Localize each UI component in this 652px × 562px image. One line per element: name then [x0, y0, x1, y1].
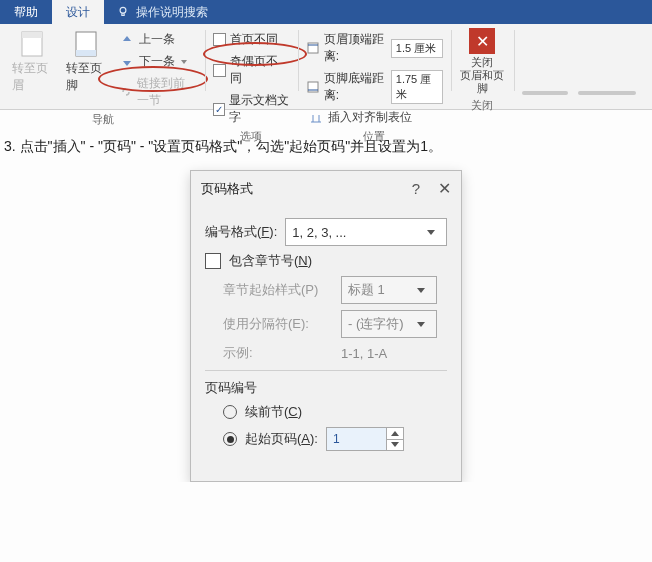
chapter-style-value: 标题 1: [348, 281, 385, 299]
dialog-help-button[interactable]: ?: [412, 180, 420, 197]
dialog-close-button[interactable]: ✕: [438, 179, 451, 198]
page-number-format-dialog: 页码格式 ? ✕ 编号格式(F): 1, 2, 3, ... 包含章节号(N) …: [190, 170, 462, 482]
continue-previous-radio[interactable]: [223, 405, 237, 419]
group-label-options: 选项: [240, 127, 262, 144]
footer-from-bottom-field[interactable]: 页脚底端距离: 1.75 厘米: [306, 69, 443, 105]
previous-section-label: 上一条: [139, 31, 175, 48]
spinner-up-button[interactable]: [387, 428, 403, 440]
goto-footer-button[interactable]: 转至页脚: [62, 28, 110, 96]
header-from-top-field[interactable]: 页眉顶端距离: 1.5 厘米: [306, 30, 443, 66]
first-page-different-checkbox[interactable]: 首页不同: [213, 30, 290, 49]
include-chapter-label: 包含章节号(N): [229, 252, 312, 270]
insert-alignment-tab-button[interactable]: 插入对齐制表位: [306, 108, 443, 127]
odd-even-different-checkbox[interactable]: 奇偶页不同: [213, 52, 290, 88]
svg-point-0: [120, 7, 126, 13]
number-format-label: 编号格式(F):: [205, 223, 277, 241]
start-at-value[interactable]: 1: [327, 428, 387, 450]
start-at-spinner[interactable]: 1: [326, 427, 404, 451]
lightbulb-icon: [116, 5, 130, 19]
chapter-style-select: 标题 1: [341, 276, 437, 304]
start-at-radio[interactable]: [223, 432, 237, 446]
example-value: 1-1, 1-A: [341, 346, 387, 361]
goto-header-label: 转至页眉: [12, 60, 52, 94]
tab-help[interactable]: 帮助: [0, 0, 52, 24]
close-header-footer-button[interactable]: ✕ 关闭 页眉和页脚: [459, 28, 506, 96]
ruler-bottom-icon: [306, 79, 320, 95]
separator-label: 使用分隔符(E):: [223, 315, 333, 333]
next-section-label: 下一条: [139, 53, 175, 70]
show-document-text-checkbox[interactable]: 显示文档文字: [213, 91, 290, 127]
group-label-navigation: 导航: [92, 110, 114, 127]
triangle-down-icon: [391, 442, 399, 447]
chevron-down-icon: [412, 315, 430, 333]
odd-even-different-label: 奇偶页不同: [230, 53, 290, 87]
chevron-down-icon: [412, 281, 430, 299]
insert-alignment-tab-label: 插入对齐制表位: [328, 109, 412, 126]
header-from-top-label: 页眉顶端距离:: [324, 31, 387, 65]
previous-section-button[interactable]: 上一条: [117, 30, 198, 49]
tab-design[interactable]: 设计: [52, 0, 104, 24]
triangle-up-icon: [391, 431, 399, 436]
close-label-line1: 关闭: [471, 56, 493, 69]
separator-value: - (连字符): [348, 315, 404, 333]
first-page-different-label: 首页不同: [230, 31, 278, 48]
next-section-button[interactable]: 下一条: [117, 52, 198, 71]
blurred-region: [522, 91, 644, 95]
link-icon: [119, 84, 133, 100]
header-from-top-value[interactable]: 1.5 厘米: [391, 39, 443, 58]
checkbox-empty-icon: [213, 64, 226, 77]
dialog-title: 页码格式: [201, 180, 253, 198]
close-x-icon: ✕: [469, 28, 495, 54]
checkbox-empty-icon: [213, 33, 226, 46]
arrow-down-icon: [119, 54, 135, 70]
divider: [205, 370, 447, 371]
close-label-line2: 页眉和页脚: [459, 69, 506, 95]
include-chapter-checkbox[interactable]: [205, 253, 221, 269]
chapter-style-label: 章节起始样式(P): [223, 281, 333, 299]
separator-select: - (连字符): [341, 310, 437, 338]
footer-from-bottom-label: 页脚底端距离:: [324, 70, 387, 104]
group-label-close: 关闭: [471, 96, 493, 113]
example-label: 示例:: [223, 344, 333, 362]
group-label-position: 位置: [363, 127, 385, 144]
number-format-select[interactable]: 1, 2, 3, ...: [285, 218, 447, 246]
goto-header-button[interactable]: 转至页眉: [8, 28, 56, 96]
show-document-text-label: 显示文档文字: [229, 92, 290, 126]
chevron-down-icon: [181, 60, 187, 64]
checkbox-checked-icon: [213, 103, 224, 116]
chevron-down-icon: [422, 223, 440, 241]
page-header-icon: [18, 30, 46, 58]
number-format-value: 1, 2, 3, ...: [292, 225, 346, 240]
svg-rect-4: [76, 50, 96, 56]
svg-rect-2: [22, 32, 42, 38]
continue-previous-label: 续前节(C): [245, 403, 302, 421]
goto-footer-label: 转至页脚: [66, 60, 106, 94]
link-to-previous-button[interactable]: 链接到前一节: [117, 74, 198, 110]
tell-me-search[interactable]: 操作说明搜索: [104, 0, 220, 24]
footer-from-bottom-value[interactable]: 1.75 厘米: [391, 70, 443, 104]
page-numbering-heading: 页码编号: [205, 379, 257, 397]
page-footer-icon: [72, 30, 100, 58]
tell-me-label: 操作说明搜索: [136, 4, 208, 21]
start-at-label: 起始页码(A):: [245, 430, 318, 448]
tab-stop-icon: [308, 110, 324, 126]
link-to-previous-label: 链接到前一节: [137, 75, 196, 109]
spinner-down-button[interactable]: [387, 440, 403, 451]
ruler-top-icon: [306, 40, 320, 56]
arrow-up-icon: [119, 32, 135, 48]
